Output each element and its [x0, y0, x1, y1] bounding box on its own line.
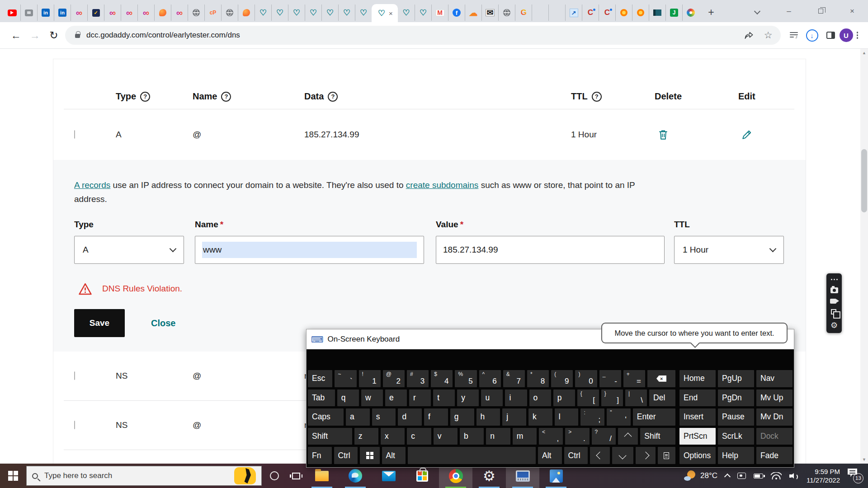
scroll-down-icon[interactable]: ▼ — [860, 457, 868, 462]
restore-button[interactable] — [805, 0, 836, 22]
scroll-up-icon[interactable]: ▲ — [860, 51, 868, 55]
key-/[interactable]: ?/ — [592, 428, 616, 445]
key-scrlk[interactable]: ScrLk — [718, 428, 754, 445]
key-s[interactable]: s — [372, 408, 396, 426]
key-q[interactable]: q — [337, 389, 359, 407]
key-end[interactable]: End — [679, 389, 716, 407]
tab[interactable]: ♡ — [398, 5, 415, 21]
tab[interactable]: ✓ — [87, 5, 104, 21]
key-=[interactable]: += — [623, 370, 645, 387]
tab[interactable]: M — [431, 5, 448, 21]
cortana-button[interactable] — [265, 464, 283, 488]
weather-widget[interactable]: 28°C — [684, 470, 717, 481]
camera-icon[interactable] — [830, 287, 838, 293]
tab[interactable] — [498, 5, 515, 21]
key-2[interactable]: @2 — [383, 370, 405, 387]
help-icon[interactable]: ? — [592, 92, 602, 102]
sidebar-icon[interactable] — [826, 32, 835, 39]
key-shift[interactable]: Shift — [308, 428, 352, 445]
tab[interactable]: J — [665, 5, 682, 21]
key-mv-dn[interactable]: Mv Dn — [756, 408, 793, 426]
key-k[interactable]: k — [528, 408, 552, 426]
more-options-icon[interactable] — [834, 279, 835, 280]
tab[interactable] — [532, 5, 548, 21]
tab-search-button[interactable] — [741, 0, 773, 22]
key-caps[interactable]: Caps — [308, 408, 344, 426]
key--[interactable]: _- — [599, 370, 621, 387]
key-arrow-right[interactable] — [636, 447, 656, 464]
key-0[interactable]: )0 — [575, 370, 597, 387]
key-a[interactable]: a — [346, 408, 370, 426]
record-checkbox[interactable] — [74, 130, 75, 139]
back-button[interactable]: ← — [6, 26, 25, 45]
key-m[interactable]: m — [513, 428, 537, 445]
name-input[interactable]: www — [195, 236, 424, 264]
key-v[interactable]: v — [434, 428, 458, 445]
battery-icon[interactable] — [754, 474, 763, 479]
bookmark-star-icon[interactable]: ☆ — [764, 30, 773, 41]
key-h[interactable]: h — [476, 408, 500, 426]
tab[interactable] — [154, 5, 171, 21]
share-icon[interactable] — [744, 31, 754, 40]
key-6[interactable]: ^6 — [479, 370, 501, 387]
key-arrow-down[interactable] — [612, 447, 634, 464]
lock-icon[interactable] — [75, 34, 80, 38]
key-mv-up[interactable]: Mv Up — [756, 389, 793, 407]
download-extension-icon[interactable]: ↓ — [806, 29, 818, 42]
tab[interactable]: C — [599, 5, 615, 21]
browser-menu-icon[interactable] — [857, 34, 859, 36]
tab-close-icon[interactable]: × — [389, 9, 393, 17]
gear-icon[interactable]: ⚙ — [830, 321, 838, 329]
profile-avatar[interactable]: U — [840, 28, 853, 42]
volume-icon[interactable] — [789, 472, 799, 480]
tab[interactable] — [20, 5, 37, 21]
forward-button[interactable]: → — [25, 26, 44, 45]
tab[interactable] — [221, 5, 238, 21]
key-5[interactable]: %5 — [455, 370, 476, 387]
address-bar[interactable]: dcc.godaddy.com/control/earlytester.com/… — [65, 26, 781, 45]
help-icon[interactable]: ? — [328, 92, 338, 102]
url-text[interactable]: dcc.godaddy.com/control/earlytester.com/… — [86, 31, 744, 40]
key-options[interactable]: Options — [679, 447, 716, 464]
key-backspace[interactable]: × — [647, 370, 675, 387]
taskbar-search[interactable]: Type here to search — [26, 466, 262, 486]
key-[[interactable]: {[ — [577, 389, 599, 407]
playlist-extension-icon[interactable]: ♪ — [790, 32, 798, 38]
tab[interactable]: ☁ — [465, 5, 481, 21]
key-d[interactable]: d — [398, 408, 422, 426]
close-button[interactable]: × — [836, 0, 868, 22]
tab[interactable]: in — [54, 5, 71, 21]
tab[interactable]: ♡ — [338, 5, 355, 21]
search-doodle-icon[interactable] — [234, 467, 256, 484]
save-button[interactable]: Save — [74, 309, 125, 337]
key-y[interactable]: y — [457, 389, 479, 407]
key-p[interactable]: p — [553, 389, 575, 407]
tab[interactable] — [4, 5, 20, 21]
tab[interactable]: ♡ — [415, 5, 431, 21]
key-alt[interactable]: Alt — [382, 447, 406, 464]
key-8[interactable]: *8 — [527, 370, 549, 387]
key-z[interactable]: z — [354, 428, 378, 445]
key-u[interactable]: u — [481, 389, 503, 407]
key-l[interactable]: l — [555, 408, 579, 426]
tab[interactable]: cP — [204, 5, 221, 21]
tab[interactable]: C — [582, 5, 599, 21]
tab[interactable]: ∞ — [171, 5, 188, 21]
key-w[interactable]: w — [361, 389, 383, 407]
key-'[interactable]: "' — [607, 408, 631, 426]
help-icon[interactable]: ? — [140, 92, 150, 102]
key-arrow-left[interactable] — [590, 447, 610, 464]
key-home[interactable]: Home — [679, 370, 716, 387]
key-prtscn[interactable]: PrtScn — [679, 428, 716, 445]
tab[interactable]: ♡ — [255, 5, 271, 21]
wifi-icon[interactable] — [771, 472, 782, 479]
task-view-button[interactable] — [287, 464, 305, 488]
key-][interactable]: }] — [601, 389, 623, 407]
key-4[interactable]: $4 — [431, 370, 453, 387]
tab[interactable] — [682, 5, 699, 21]
tab[interactable]: ✉ — [481, 5, 498, 21]
tab[interactable]: ∞ — [104, 5, 121, 21]
notification-center-button[interactable]: 13 — [848, 469, 863, 483]
record-checkbox[interactable] — [74, 421, 75, 429]
copy-icon[interactable] — [831, 309, 836, 314]
